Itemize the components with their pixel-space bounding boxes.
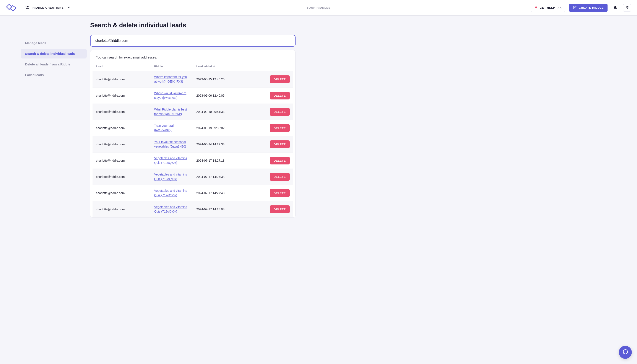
lead-date: 2024-07-17 14:27:48 [193, 185, 247, 201]
riddle-link[interactable]: Vegetables and vitamins Quiz (712oQv0k) [154, 188, 189, 198]
lead-riddle-cell: Train your brain (hW86w8F5) [151, 120, 193, 136]
riddle-link[interactable]: Vegetables and vitamins Quiz (712oQv0k) [154, 156, 189, 165]
delete-button[interactable]: DELETE [270, 189, 290, 197]
sidebar: Manage leads Search & delete individual … [0, 22, 90, 218]
delete-button[interactable]: DELETE [270, 173, 290, 181]
edit-icon [573, 6, 576, 10]
logo-icon[interactable] [6, 4, 17, 12]
create-riddle-label: CREATE RIDDLE [579, 6, 604, 9]
lead-email: charlotte@riddle.com [92, 152, 151, 169]
content: Search & delete individual leads You can… [90, 22, 296, 218]
topbar-right: GET HELP ⌘K CREATE RIDDLE [531, 4, 631, 12]
lead-date: 2023-09-06 12:40:05 [193, 88, 247, 104]
lead-email: charlotte@riddle.com [92, 185, 151, 201]
lead-email: charlotte@riddle.com [92, 71, 151, 88]
riddle-link[interactable]: Vegetables and vitamins Quiz (712oQv0k) [154, 205, 189, 214]
page-title: Search & delete individual leads [90, 22, 296, 29]
people-icon [25, 5, 30, 10]
lead-action-cell: DELETE [247, 136, 293, 152]
lead-date: 2023-05-25 12:46:20 [193, 71, 247, 88]
topbar: RIDDLE CREATIONS YOUR RIDDLES GET HELP ⌘… [0, 0, 637, 16]
lead-date: 2024-06-19 09:30:02 [193, 120, 247, 136]
chevron-down-icon [67, 6, 71, 10]
delete-button[interactable]: DELETE [270, 108, 290, 116]
notifications-button[interactable] [612, 4, 619, 12]
gear-icon [625, 6, 629, 10]
get-help-label: GET HELP [540, 6, 555, 9]
search-input[interactable] [90, 35, 296, 46]
settings-button[interactable] [623, 4, 631, 12]
table-row: charlotte@riddle.comVegetables and vitam… [92, 169, 293, 185]
riddle-link[interactable]: Vegetables and vitamins Quiz (712oQv0k) [154, 172, 189, 181]
delete-button[interactable]: DELETE [270, 124, 290, 132]
lead-action-cell: DELETE [247, 104, 293, 120]
topbar-left: RIDDLE CREATIONS [6, 4, 71, 12]
lead-action-cell: DELETE [247, 120, 293, 136]
workspace-name: RIDDLE CREATIONS [32, 6, 64, 9]
lead-email: charlotte@riddle.com [92, 120, 151, 136]
table-row: charlotte@riddle.comVegetables and vitam… [92, 152, 293, 169]
lead-riddle-cell: Vegetables and vitamins Quiz (712oQv0k) [151, 185, 193, 201]
get-help-button[interactable]: GET HELP ⌘K [531, 4, 566, 12]
riddle-link[interactable]: What Riddle plan is best for me? (ahuXR5… [154, 107, 189, 116]
lead-action-cell: DELETE [247, 185, 293, 201]
lead-date: 2024-07-17 14:27:18 [193, 152, 247, 169]
table-row: charlotte@riddle.comVegetables and vitam… [92, 201, 293, 218]
sidebar-item-delete-all-leads[interactable]: Delete all leads from a Riddle [21, 59, 87, 69]
delete-button[interactable]: DELETE [270, 76, 290, 83]
search-hint: You can search for exact email addresses… [92, 56, 293, 59]
sidebar-item-search-delete-leads[interactable]: Search & delete individual leads [21, 49, 87, 58]
workspace-selector[interactable]: RIDDLE CREATIONS [25, 5, 71, 10]
lead-date: 2024-07-17 14:27:38 [193, 169, 247, 185]
col-header-added: Lead added at [193, 64, 247, 71]
table-row: charlotte@riddle.comTrain your brain (hW… [92, 120, 293, 136]
delete-button[interactable]: DELETE [270, 140, 290, 148]
get-help-shortcut: ⌘K [557, 6, 562, 9]
lead-email: charlotte@riddle.com [92, 88, 151, 104]
lead-riddle-cell: What Riddle plan is best for me? (ahuXR5… [151, 104, 193, 120]
lead-action-cell: DELETE [247, 169, 293, 185]
col-header-action [247, 64, 293, 71]
delete-button[interactable]: DELETE [270, 92, 290, 100]
lead-date: 2024-07-17 14:28:08 [193, 201, 247, 218]
table-row: charlotte@riddle.comWhat's important for… [92, 71, 293, 88]
delete-button[interactable]: DELETE [270, 157, 290, 164]
table-row: charlotte@riddle.comWhere would you like… [92, 88, 293, 104]
lead-action-cell: DELETE [247, 201, 293, 218]
delete-button[interactable]: DELETE [270, 206, 290, 213]
lead-riddle-cell: Vegetables and vitamins Quiz (712oQv0k) [151, 201, 193, 218]
lead-email: charlotte@riddle.com [92, 169, 151, 185]
riddle-link[interactable]: Train your brain (hW86w8F5) [154, 124, 189, 132]
leads-table: Lead Riddle Lead added at charlotte@ridd… [92, 64, 293, 217]
lead-action-cell: DELETE [247, 88, 293, 104]
lead-riddle-cell: What's important for you at work? (GEfXn… [151, 71, 193, 88]
lead-email: charlotte@riddle.com [92, 136, 151, 152]
riddle-link[interactable]: What's important for you at work? (GEfXn… [154, 75, 189, 84]
sidebar-item-failed-leads[interactable]: Failed leads [21, 70, 87, 80]
lead-email: charlotte@riddle.com [92, 201, 151, 218]
lead-date: 2024-09-10 09:41:33 [193, 104, 247, 120]
lead-action-cell: DELETE [247, 152, 293, 169]
lead-email: charlotte@riddle.com [92, 104, 151, 120]
sidebar-item-manage-leads[interactable]: Manage leads [21, 38, 87, 48]
lead-riddle-cell: Vegetables and vitamins Quiz (712oQv0k) [151, 169, 193, 185]
main-wrapper: Manage leads Search & delete individual … [0, 16, 637, 224]
table-row: charlotte@riddle.comYour favourite seaso… [92, 136, 293, 152]
col-header-lead: Lead [92, 64, 151, 71]
riddle-link[interactable]: Where would you like to stay? (jWkxo8xe) [154, 91, 189, 100]
diamond-icon [534, 6, 538, 10]
riddle-link[interactable]: Your favourite seasonal vegetables (Jgwq… [154, 140, 189, 149]
tab-your-riddles[interactable]: YOUR RIDDLES [306, 6, 331, 9]
create-riddle-button[interactable]: CREATE RIDDLE [569, 4, 608, 12]
bell-icon [613, 5, 618, 10]
col-header-riddle: Riddle [151, 64, 193, 71]
table-row: charlotte@riddle.comVegetables and vitam… [92, 185, 293, 201]
results-card: You can search for exact email addresses… [90, 50, 296, 218]
table-row: charlotte@riddle.comWhat Riddle plan is … [92, 104, 293, 120]
lead-action-cell: DELETE [247, 71, 293, 88]
lead-riddle-cell: Vegetables and vitamins Quiz (712oQv0k) [151, 152, 193, 169]
lead-riddle-cell: Your favourite seasonal vegetables (Jgwq… [151, 136, 193, 152]
lead-riddle-cell: Where would you like to stay? (jWkxo8xe) [151, 88, 193, 104]
lead-date: 2024-04-24 14:22:33 [193, 136, 247, 152]
